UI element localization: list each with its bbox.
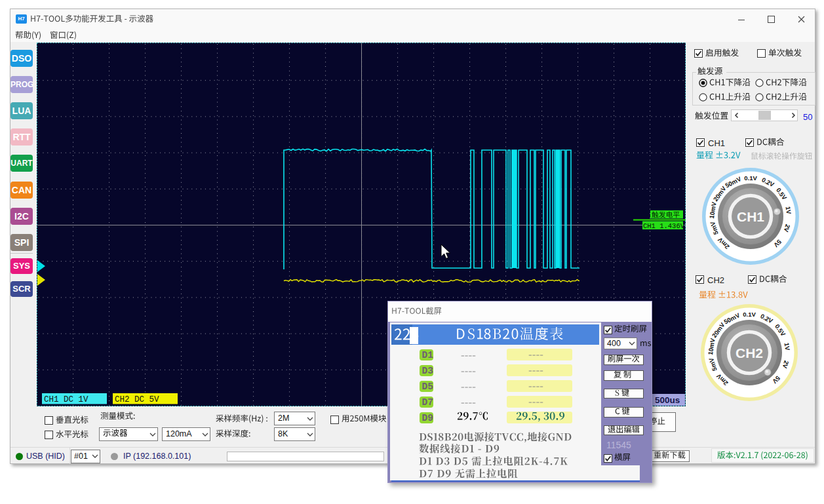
svg-text:CH1 DC 1V: CH1 DC 1V — [44, 395, 88, 404]
svg-text:CH1 1.436V: CH1 1.436V — [643, 222, 685, 230]
svg-text:CH2 DC 5V: CH2 DC 5V — [115, 395, 159, 404]
svg-text:CH1: CH1 — [737, 209, 764, 224]
svg-text:0.1V: 0.1V — [743, 311, 756, 318]
svg-text:CH2: CH2 — [736, 345, 763, 360]
svg-text:0.1V: 0.1V — [744, 174, 757, 182]
svg-text:1V: 1V — [784, 206, 793, 215]
svg-text:500us: 500us — [655, 395, 680, 405]
svg-text:1V: 1V — [783, 342, 791, 351]
